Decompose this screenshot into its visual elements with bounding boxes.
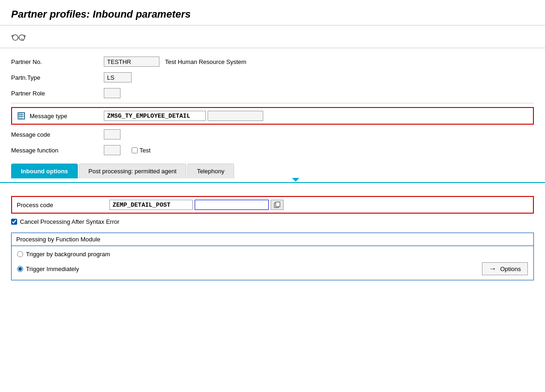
message-code-row: Message code [11, 128, 534, 140]
message-type-input[interactable] [104, 111, 206, 121]
partner-role-row: Partner Role [11, 87, 534, 99]
cancel-processing-label[interactable]: Cancel Processing After Syntax Error [20, 218, 120, 225]
process-code-icon-btn[interactable] [271, 200, 284, 210]
process-code-label: Process code [17, 202, 109, 209]
tab-telephony[interactable]: Telephony [187, 164, 234, 178]
trigger-bg-label[interactable]: Trigger by background program [26, 251, 110, 258]
tabs-container: Inbound options Post processing: permitt… [0, 164, 545, 182]
partner-no-label: Partner No. [11, 58, 104, 65]
function-module-box: Processing by Function Module Trigger by… [11, 233, 534, 280]
partner-description: Test Human Resource System [165, 58, 247, 65]
process-code-extra-input[interactable] [195, 200, 269, 210]
svg-line-6 [24, 35, 25, 36]
svg-rect-15 [276, 202, 280, 207]
glasses-icon[interactable] [11, 29, 26, 44]
form-area: Partner No. Test Human Resource System P… [0, 48, 545, 156]
cancel-processing-checkbox[interactable] [11, 219, 17, 225]
process-code-input[interactable] [109, 200, 193, 210]
options-button[interactable]: → Options [482, 262, 528, 275]
tab-inbound-options[interactable]: Inbound options [11, 164, 78, 178]
cancel-processing-row: Cancel Processing After Syntax Error [11, 218, 534, 225]
page-title: Partner profiles: Inbound parameters [11, 8, 534, 20]
trigger-bg-row: Trigger by background program [17, 251, 528, 258]
function-module-header: Processing by Function Module [12, 233, 533, 246]
toolbar [0, 25, 545, 48]
trigger-immediate-label[interactable]: Trigger Immediately [26, 266, 79, 272]
message-code-label: Message code [11, 131, 104, 138]
tab-post-processing[interactable]: Post processing: permitted agent [79, 164, 186, 178]
inbound-options-content: Process code Cancel Processing After Syn… [0, 190, 545, 293]
tabs-bar: Inbound options Post processing: permitt… [11, 164, 534, 178]
message-type-section: Message type [11, 107, 534, 125]
tab-content: Process code Cancel Processing After Syn… [0, 182, 545, 293]
message-type-icon [17, 111, 26, 120]
trigger-immediate-radio[interactable] [17, 266, 23, 272]
function-module-body: Trigger by background program Trigger Im… [12, 246, 533, 280]
tab-indicator [292, 178, 299, 182]
partner-role-input[interactable] [104, 88, 120, 98]
test-checkbox[interactable] [132, 147, 138, 153]
trigger-immediate-row: Trigger Immediately → Options [17, 262, 528, 275]
partner-no-input[interactable] [104, 57, 159, 67]
divider1 [11, 103, 534, 103]
message-code-input[interactable] [104, 129, 120, 139]
page-container: Partner profiles: Inbound parameters Par… [0, 0, 545, 392]
partn-type-input[interactable] [104, 72, 132, 82]
partner-role-label: Partner Role [11, 90, 104, 97]
message-function-label: Message function [11, 147, 104, 154]
svg-rect-9 [18, 113, 25, 119]
message-function-row: Message function Test [11, 144, 534, 156]
message-type-extra-input[interactable] [208, 111, 263, 121]
message-type-label: Message type [30, 113, 104, 120]
test-label[interactable]: Test [139, 147, 151, 154]
test-checkbox-wrap: Test [132, 147, 151, 154]
svg-line-5 [12, 35, 13, 36]
partn-type-row: Partn.Type [11, 71, 534, 83]
partner-no-row: Partner No. Test Human Resource System [11, 56, 534, 68]
process-code-section: Process code [11, 196, 534, 214]
partn-type-label: Partn.Type [11, 74, 104, 81]
message-function-input[interactable] [104, 145, 120, 155]
trigger-bg-radio[interactable] [17, 251, 23, 257]
page-header: Partner profiles: Inbound parameters [0, 0, 545, 25]
options-arrow: → [489, 265, 496, 273]
options-button-label: Options [500, 266, 521, 272]
